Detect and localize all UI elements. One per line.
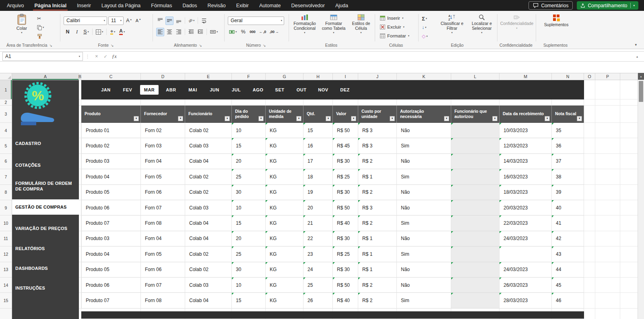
wrap-text-button[interactable]	[200, 17, 208, 25]
table-cell[interactable]: 28/03/2023	[500, 293, 552, 308]
table-cell[interactable]: 15	[232, 138, 266, 153]
table-cell[interactable]	[451, 123, 500, 138]
table-cell[interactable]: 15	[232, 293, 266, 308]
table-cell[interactable]: R$ 50	[333, 278, 358, 293]
table-cell[interactable]	[451, 215, 500, 231]
table-cell[interactable]: 22/03/2023	[500, 215, 552, 231]
paste-button[interactable]: Colar ▾	[12, 14, 31, 34]
table-cell[interactable]: R$ 30	[333, 154, 358, 169]
number-format-select[interactable]: Geral▾	[228, 17, 284, 25]
expand-formula-bar-icon[interactable]: ▴	[630, 55, 644, 58]
filter-icon[interactable]: ▾	[296, 116, 301, 121]
table-cell[interactable]: R$ 1	[358, 246, 397, 262]
table-cell[interactable]: Colab 04	[185, 231, 232, 246]
sort-filter-button[interactable]: AZ Classificar e Filtrar▾	[437, 13, 467, 35]
table-cell[interactable]: KG	[266, 293, 303, 308]
filter-icon[interactable]: ▾	[326, 116, 331, 121]
table-cell[interactable]: Produto 07	[81, 215, 141, 231]
table-cell[interactable]: 10	[232, 200, 266, 215]
column-header[interactable]: F	[232, 73, 266, 80]
filter-icon[interactable]: ▾	[134, 116, 139, 121]
table-cell[interactable]: Sim	[397, 138, 451, 153]
table-cell[interactable]	[451, 231, 500, 246]
table-cell[interactable]: Produto 03	[81, 231, 141, 246]
percent-style-button[interactable]: %	[239, 28, 247, 36]
filter-icon[interactable]: ▾	[225, 116, 230, 121]
increase-decimal-button[interactable]: ←,0	[258, 28, 267, 36]
row-header[interactable]: 2	[0, 99, 12, 106]
table-cell[interactable]: Não	[397, 185, 451, 200]
filter-icon[interactable]: ▾	[390, 116, 395, 121]
ribbon-tab[interactable]: Automate	[254, 0, 286, 11]
column-header[interactable]: O	[584, 73, 595, 80]
column-header[interactable]: L	[451, 73, 500, 80]
merge-center-button[interactable]: ▾	[209, 28, 219, 36]
table-cell[interactable]: 36	[552, 138, 584, 153]
conditional-formatting-button[interactable]: Formatação Condicional▾	[290, 13, 319, 35]
table-cell[interactable]: KG	[266, 246, 303, 262]
table-cell[interactable]	[500, 246, 552, 262]
table-cell[interactable]: Sim	[397, 246, 451, 262]
table-cell[interactable]: Forn 05	[141, 246, 185, 262]
cell-styles-button[interactable]: Estilos de Célula▾	[348, 13, 374, 35]
insert-function-button[interactable]: ƒx	[110, 54, 119, 60]
sidebar-item[interactable]: CADASTRO	[12, 137, 79, 149]
column-header[interactable]: K	[397, 73, 451, 80]
table-header-cell[interactable]: Data da recebimento ▾	[500, 106, 552, 123]
table-cell[interactable]: R$ 2	[358, 185, 397, 200]
table-cell[interactable]: Produto 06	[81, 200, 141, 215]
sidebar-item[interactable]: DASHBOARDS	[12, 262, 79, 274]
table-cell[interactable]: KG	[266, 123, 303, 138]
month-tab[interactable]: FEV	[118, 85, 137, 95]
table-cell[interactable]: 25	[232, 169, 266, 184]
table-cell[interactable]: 20	[303, 200, 333, 215]
table-cell[interactable]: Não	[397, 278, 451, 293]
table-cell[interactable]: Forn 06	[141, 262, 185, 278]
filter-icon[interactable]: ▾	[577, 116, 582, 121]
decrease-indent-button[interactable]	[187, 28, 195, 36]
copy-button[interactable]: ▾	[37, 24, 44, 31]
column-header[interactable]: E	[185, 73, 232, 80]
sidebar-item[interactable]: GESTÃO DE COMPRAS	[12, 199, 79, 215]
table-cell[interactable]	[451, 185, 500, 200]
table-cell[interactable]: KG	[266, 231, 303, 246]
sidebar-item[interactable]: VARIAÇÃO DE PREÇOS	[12, 222, 79, 234]
column-header[interactable]: G	[266, 73, 303, 80]
format-painter-button[interactable]	[37, 33, 42, 40]
table-cell[interactable]: 16	[303, 138, 333, 153]
table-cell[interactable]: Produto 03	[81, 154, 141, 169]
align-left-button[interactable]	[156, 28, 164, 36]
table-cell[interactable]: Forn 06	[141, 185, 185, 200]
format-cells-button[interactable]: Formatar▾	[380, 32, 409, 39]
month-tab[interactable]: SET	[270, 85, 289, 95]
table-cell[interactable]: 24/03/2023	[500, 262, 552, 278]
align-center-button[interactable]	[165, 28, 173, 36]
table-cell[interactable]: 19	[303, 185, 333, 200]
italic-button[interactable]: I	[73, 28, 81, 36]
table-cell[interactable]: 17	[303, 154, 333, 169]
table-cell[interactable]: R$ 40	[333, 293, 358, 308]
table-header-cell[interactable]: Autorização necessária ▾	[397, 106, 451, 123]
table-cell[interactable]: 30	[232, 262, 266, 278]
table-cell[interactable]: 41	[552, 215, 584, 231]
table-cell[interactable]: Colab 03	[185, 278, 232, 293]
filter-icon[interactable]: ▾	[545, 116, 550, 121]
table-cell[interactable]: 26/03/2023	[500, 278, 552, 293]
table-cell[interactable]: R$ 3	[358, 138, 397, 153]
ribbon-tab[interactable]: Revisão	[202, 0, 231, 11]
decrease-decimal-button[interactable]: ,00→	[268, 28, 280, 36]
table-cell[interactable]: 24/03/2023	[500, 231, 552, 246]
table-cell[interactable]: R$ 2	[358, 215, 397, 231]
table-cell[interactable]: KG	[266, 138, 303, 153]
table-cell[interactable]: Não	[397, 200, 451, 215]
column-header[interactable]: P	[595, 73, 620, 80]
column-header[interactable]: H	[303, 73, 333, 80]
filter-icon[interactable]: ▾	[258, 116, 264, 121]
underline-button[interactable]: S▾	[82, 28, 90, 36]
table-cell[interactable]	[451, 138, 500, 153]
ribbon-tab[interactable]: Arquivo	[2, 0, 29, 11]
table-cell[interactable]: R$ 50	[333, 200, 358, 215]
table-cell[interactable]: R$ 2	[358, 293, 397, 308]
table-cell[interactable]	[451, 278, 500, 293]
filter-icon[interactable]: ▾	[178, 116, 183, 121]
